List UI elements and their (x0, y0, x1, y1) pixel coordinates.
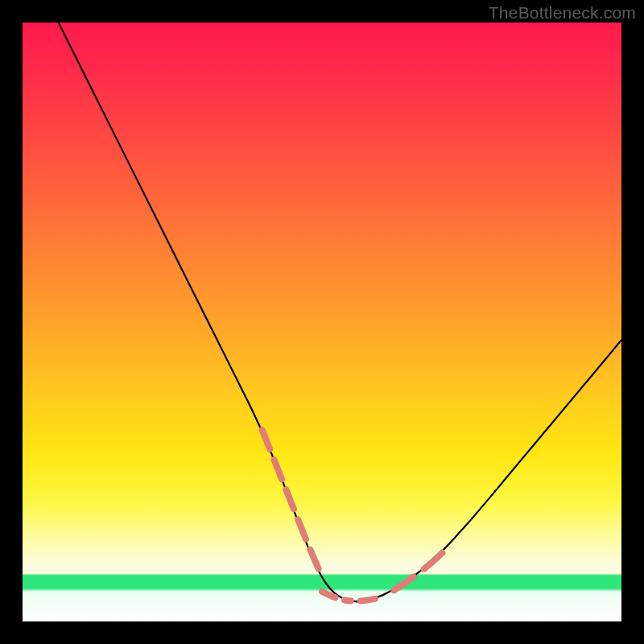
chart-svg (23, 23, 621, 621)
main-curve (59, 23, 621, 601)
highlight-segment (394, 547, 448, 590)
highlight-segment (262, 430, 322, 576)
watermark-text: TheBottleneck.com (489, 3, 636, 23)
highlight-segments (262, 430, 448, 601)
highlight-segment (322, 592, 376, 601)
chart-frame (23, 23, 621, 621)
